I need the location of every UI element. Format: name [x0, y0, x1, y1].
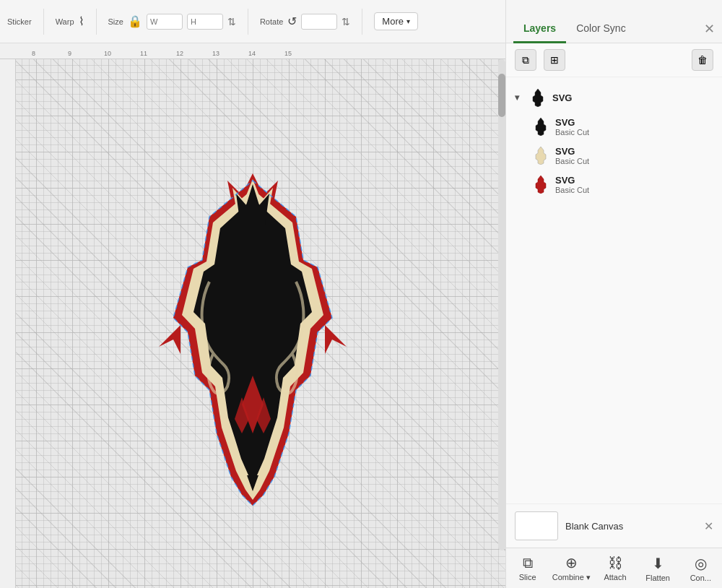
- svg-3-name: SVG: [555, 175, 589, 186]
- flatten-icon: ⬇: [652, 555, 664, 572]
- svg-1-name: SVG: [555, 117, 589, 128]
- panel-close-icon[interactable]: ✕: [704, 21, 715, 37]
- width-input[interactable]: [147, 14, 183, 30]
- svg-2-icon: [532, 145, 549, 165]
- layer-toolbar: ⧉ ⊞ 🗑: [506, 43, 722, 77]
- svg-1-text: SVG Basic Cut: [555, 117, 589, 137]
- layer-delete-btn[interactable]: 🗑: [692, 49, 713, 71]
- svg-parent-icon: [529, 87, 547, 108]
- ruler-tick-9: 9: [68, 50, 71, 57]
- chevron-down-icon: ▾: [515, 92, 523, 103]
- layer-svg-3[interactable]: SVG Basic Cut: [506, 170, 722, 199]
- flatten-label: Flatten: [645, 574, 670, 582]
- combine-label: Combine ▾: [552, 573, 591, 582]
- sep-4: [362, 9, 362, 35]
- sep-2: [96, 9, 97, 35]
- attach-label: Attach: [604, 573, 626, 581]
- contour-tool[interactable]: ◎ Con...: [682, 555, 718, 582]
- scrollbar[interactable]: [498, 59, 505, 550]
- rotate-group: Rotate ↺ ⇅: [260, 14, 350, 30]
- canvas-close-icon[interactable]: ✕: [704, 519, 713, 533]
- svg-3-text: SVG Basic Cut: [555, 175, 589, 194]
- slice-label: Slice: [519, 573, 536, 581]
- sticker-group: Sticker: [7, 17, 32, 26]
- bottom-toolbar: ⧉ Slice ⊕ Combine ▾ ⛓ Attach ⬇ Flatten ◎…: [506, 548, 722, 588]
- ruler-tick-15: 15: [284, 50, 292, 57]
- svg-parent-name: SVG: [552, 92, 572, 103]
- layer-list: ▾ SVG SVG Basic Cut: [506, 77, 722, 503]
- ruler-left: [0, 59, 16, 588]
- svg-artwork: [137, 173, 368, 506]
- svg-2-name: SVG: [555, 146, 589, 157]
- canvas-thumbnail: [515, 511, 558, 540]
- ruler-tick-10: 10: [104, 50, 111, 57]
- ruler-tick-11: 11: [140, 50, 147, 57]
- slice-icon: ⧉: [523, 555, 533, 571]
- size-group: Size 🔒 ⇅: [108, 14, 236, 30]
- more-button[interactable]: More ▾: [374, 12, 418, 30]
- layer-svg-1[interactable]: SVG Basic Cut: [506, 112, 722, 141]
- rotate-label: Rotate: [260, 17, 283, 26]
- contour-icon: ◎: [695, 555, 707, 572]
- sep-1: [43, 9, 44, 35]
- svg-marker-2: [159, 325, 180, 354]
- combine-icon: ⊕: [565, 554, 578, 571]
- lock-icon[interactable]: 🔒: [128, 14, 142, 28]
- svg-1-subname: Basic Cut: [555, 128, 589, 137]
- svg-3-subname: Basic Cut: [555, 186, 589, 194]
- svg-parent-text: SVG: [552, 92, 572, 103]
- slice-tool[interactable]: ⧉ Slice: [510, 555, 546, 581]
- right-panel: Layers Color Sync ✕ ⧉ ⊞ 🗑 ▾ SVG: [505, 0, 722, 588]
- artwork-container: [22, 101, 484, 578]
- tab-layers[interactable]: Layers: [513, 15, 566, 43]
- contour-label: Con...: [690, 574, 711, 582]
- rotate-icon[interactable]: ↺: [287, 14, 297, 28]
- more-arrow: ▾: [406, 17, 410, 25]
- svg-3-icon: [532, 174, 549, 194]
- layer-svg-2[interactable]: SVG Basic Cut: [506, 141, 722, 170]
- combine-tool[interactable]: ⊕ Combine ▾: [552, 554, 591, 582]
- svg-marker-3: [325, 325, 347, 354]
- more-label: More: [382, 16, 404, 27]
- sep-3: [248, 9, 248, 35]
- canvas-area: [0, 43, 505, 588]
- layer-add-btn[interactable]: ⊞: [544, 49, 565, 71]
- layer-svg-parent[interactable]: ▾ SVG: [506, 83, 722, 112]
- ruler-tick-12: 12: [176, 50, 183, 57]
- top-toolbar: Sticker Warp ⌇ Size 🔒 ⇅ Rotate ↺ ⇅ More …: [0, 0, 505, 43]
- attach-tool[interactable]: ⛓ Attach: [597, 555, 633, 581]
- ruler-top: 8 9 10 11 12 13 14 15: [0, 43, 505, 59]
- warp-icon[interactable]: ⌇: [79, 14, 84, 28]
- warp-group: Warp ⌇: [56, 14, 84, 28]
- tab-color-sync[interactable]: Color Sync: [566, 15, 635, 43]
- height-input[interactable]: [187, 14, 223, 30]
- sticker-label: Sticker: [7, 17, 32, 26]
- size-arrows: ⇅: [227, 16, 236, 27]
- panel-tabs: Layers Color Sync ✕: [506, 0, 722, 43]
- svg-1-icon: [532, 116, 549, 137]
- ruler-tick-8: 8: [32, 50, 35, 57]
- blank-canvas-label: Blank Canvas: [565, 521, 623, 532]
- warp-label: Warp: [56, 17, 74, 26]
- ruler-tick-14: 14: [248, 50, 256, 57]
- rotate-input[interactable]: [301, 14, 337, 30]
- size-label: Size: [108, 17, 123, 26]
- svg-2-subname: Basic Cut: [555, 157, 589, 165]
- scrollbar-thumb[interactable]: [498, 74, 505, 117]
- layer-duplicate-btn[interactable]: ⧉: [515, 49, 536, 71]
- flatten-tool[interactable]: ⬇ Flatten: [640, 555, 676, 582]
- attach-icon: ⛓: [608, 555, 622, 571]
- svg-2-text: SVG Basic Cut: [555, 146, 589, 165]
- blank-canvas-section: Blank Canvas ✕: [506, 503, 722, 548]
- rotate-arrows: ⇅: [342, 16, 350, 27]
- ruler-tick-13: 13: [212, 50, 219, 57]
